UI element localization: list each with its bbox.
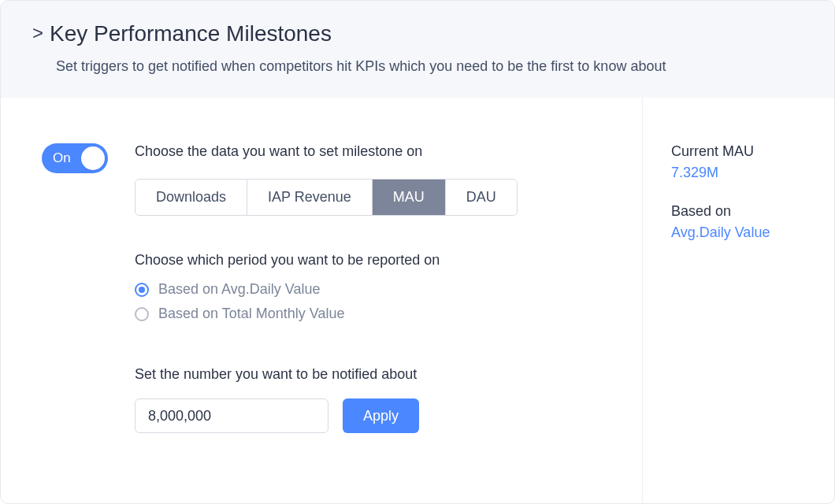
based-on-label: Based on [671, 203, 812, 220]
chevron-right-icon: > [32, 24, 43, 43]
toggle-knob-icon [81, 146, 105, 170]
side-panel: Current MAU 7.329M Based on Avg.Daily Va… [642, 98, 834, 502]
page-title: Key Performance Milestones [50, 21, 332, 46]
radio-dot-icon [135, 283, 149, 297]
data-type-label: Choose the data you want to set mileston… [135, 143, 576, 160]
based-on-link[interactable]: Avg.Daily Value [671, 224, 770, 241]
apply-button[interactable]: Apply [343, 398, 419, 433]
radio-total-monthly[interactable]: Based on Total Monthly Value [135, 306, 576, 322]
current-mau-label: Current MAU [671, 143, 812, 160]
segment-dau[interactable]: DAU [446, 180, 517, 215]
data-type-segmented: Downloads IAP Revenue MAU DAU [135, 179, 518, 216]
period-label: Choose which period you want to be repor… [135, 252, 576, 269]
page-subtitle: Set triggers to get notified when compet… [56, 56, 803, 77]
radio-total-monthly-label: Based on Total Monthly Value [158, 306, 345, 322]
enable-toggle[interactable]: On [42, 143, 108, 173]
threshold-input[interactable] [135, 398, 328, 433]
threshold-label: Set the number you want to be notified a… [135, 366, 576, 383]
radio-dot-icon [135, 307, 149, 321]
segment-downloads[interactable]: Downloads [135, 180, 247, 215]
toggle-label: On [53, 150, 71, 166]
current-mau-value[interactable]: 7.329M [671, 165, 718, 181]
page-header: > Key Performance Milestones Set trigger… [1, 1, 834, 98]
radio-avg-daily-label: Based on Avg.Daily Value [158, 281, 320, 298]
radio-avg-daily[interactable]: Based on Avg.Daily Value [135, 281, 576, 298]
segment-iap-revenue[interactable]: IAP Revenue [247, 180, 373, 215]
segment-mau[interactable]: MAU [373, 180, 446, 215]
